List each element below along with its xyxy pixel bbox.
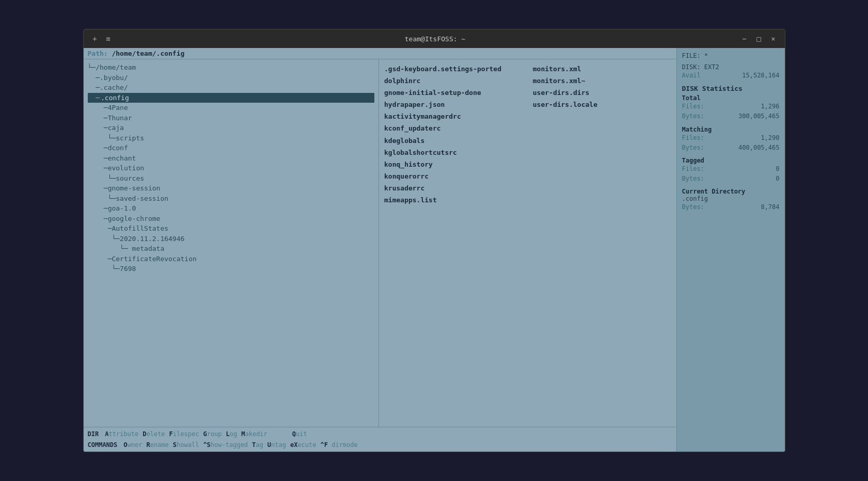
curdir-bytes-row: Bytes: 8,784 <box>682 202 780 212</box>
matching-heading: Matching <box>682 126 780 133</box>
tree-line[interactable]: ─dconf <box>88 143 375 153</box>
cmd-row-1: DIR Attribute Delete Filespec Group Log … <box>88 429 672 439</box>
list-item[interactable]: kglobalshortcutsrc <box>384 147 523 158</box>
list-item[interactable]: mimeapps.list <box>384 195 523 206</box>
cmd-dirmode[interactable]: ^F dirmode <box>321 440 358 450</box>
list-item <box>533 183 671 194</box>
tree-panel[interactable]: └─/home/team ─.byobu/ ─.cache/ ─.config … <box>84 59 380 427</box>
list-item[interactable]: kactivitymanagerdrc <box>384 111 523 122</box>
cmd-show-tagged[interactable]: ^Show-tagged <box>203 440 248 450</box>
tree-line[interactable]: ─gnome-session <box>88 183 375 194</box>
curdir-bytes-value: 8,784 <box>761 202 779 212</box>
cmd-showall[interactable]: Showall <box>173 440 199 450</box>
side-panel: FILE: * DISK: EXT2 Avail 15,528,164 DISK… <box>676 48 785 452</box>
list-item[interactable]: krusaderrc <box>384 183 523 194</box>
list-item[interactable]: monitors.xml~ <box>533 75 671 87</box>
matching-files-row: Files: 1,290 <box>682 133 780 143</box>
close-btn[interactable]: × <box>768 35 779 43</box>
cmd-execute[interactable]: eXecute <box>290 440 317 450</box>
list-item[interactable]: .gsd-keyboard.settings-ported <box>384 63 523 75</box>
list-item <box>533 171 671 182</box>
total-files-row: Files: 1,296 <box>682 102 780 111</box>
tree-line[interactable]: ─caja <box>88 123 375 133</box>
list-item[interactable]: dolphinrc <box>384 75 523 87</box>
minimize-btn[interactable]: − <box>739 35 750 43</box>
stats-heading: DISK Statistics <box>682 85 780 92</box>
cmd-rename[interactable]: Rename <box>146 440 168 450</box>
cmd-tag[interactable]: Tag <box>252 440 263 450</box>
tree-line[interactable]: ─evolution <box>88 163 375 173</box>
total-bytes-value: 300,005,465 <box>738 111 779 121</box>
commands-label: COMMANDS <box>88 440 118 450</box>
tree-line[interactable]: ─google-chrome <box>88 214 375 224</box>
tagged-files-row: Files: 0 <box>682 164 780 174</box>
list-item[interactable]: kconf_updaterc <box>384 123 523 134</box>
list-item <box>533 123 671 134</box>
cmd-attribute[interactable]: Attribute <box>105 429 138 439</box>
curdir-section: Current Directory .config Bytes: 8,784 <box>682 188 780 212</box>
cmd-untag[interactable]: Untag <box>267 440 286 450</box>
avail-key: Avail <box>682 71 701 81</box>
curdir-bytes-key: Bytes: <box>682 202 704 212</box>
disk-section: DISK: EXT2 Avail 15,528,164 <box>682 63 780 81</box>
list-item[interactable]: kdeglobals <box>384 135 523 147</box>
list-item <box>533 195 671 206</box>
tree-line[interactable]: ─goa-1.0 <box>88 203 375 214</box>
tagged-bytes-key: Bytes: <box>682 174 704 184</box>
file-section: FILE: * <box>682 52 780 59</box>
tree-line-selected[interactable]: ─.config <box>88 93 375 103</box>
list-item[interactable]: hydrapaper.json <box>384 99 523 110</box>
files-panel[interactable]: .gsd-keyboard.settings-ported monitors.x… <box>379 59 676 427</box>
cmd-row-2: COMMANDS Owner Rename Showall ^Show-tagg… <box>88 440 672 450</box>
list-item <box>533 111 671 122</box>
cmd-quit[interactable]: Quit <box>292 429 307 439</box>
maximize-btn[interactable]: □ <box>754 35 764 43</box>
cmd-filespec[interactable]: Filespec <box>169 429 199 439</box>
tree-line[interactable]: └─7698 <box>88 264 375 274</box>
stats-section: DISK Statistics Total Files: 1,296 Bytes… <box>682 85 780 121</box>
total-bytes-key: Bytes: <box>682 111 704 121</box>
tree-line[interactable]: └─/home/team <box>88 62 375 73</box>
tree-line[interactable]: ─CertificateRevocation <box>88 254 375 264</box>
list-item[interactable]: user-dirs.dirs <box>533 87 671 99</box>
list-item[interactable]: gnome-initial-setup-done <box>384 87 523 99</box>
tree-line[interactable]: └─saved-session <box>88 194 375 204</box>
tree-line[interactable]: ─.cache/ <box>88 83 375 93</box>
matching-bytes-row: Bytes: 400,005,465 <box>682 143 780 153</box>
tagged-bytes-row: Bytes: 0 <box>682 174 780 184</box>
list-item[interactable]: konq_history <box>384 159 523 170</box>
terminal-window: + ≡ team@ItsFOSS: ~ − □ × Path: /home/te… <box>83 29 785 452</box>
cmd-group[interactable]: Group <box>203 429 222 439</box>
tree-line[interactable]: ─AutofillStates <box>88 223 375 234</box>
tree-line[interactable]: └─sources <box>88 173 375 184</box>
path-label: Path: <box>88 50 108 57</box>
list-item <box>533 159 671 170</box>
add-tab-btn[interactable]: + <box>90 35 100 43</box>
total-heading: Total <box>682 94 780 102</box>
cmd-log[interactable]: Log <box>226 429 238 439</box>
list-item <box>533 135 671 147</box>
tree-line[interactable]: └─ metadata <box>88 244 375 254</box>
curdir-heading: Current Directory <box>682 188 780 195</box>
matching-files-value: 1,290 <box>761 133 779 143</box>
avail-value: 15,528,164 <box>742 71 779 81</box>
tree-line[interactable]: ─enchant <box>88 153 375 164</box>
menu-btn[interactable]: ≡ <box>103 35 114 43</box>
list-item[interactable]: monitors.xml <box>533 63 671 75</box>
tagged-files-value: 0 <box>776 164 779 174</box>
bottom-bar: DIR Attribute Delete Filespec Group Log … <box>84 427 676 452</box>
tree-line[interactable]: ─.byobu/ <box>88 73 375 83</box>
list-item[interactable]: user-dirs.locale <box>533 99 671 110</box>
matching-section: Matching Files: 1,290 Bytes: 400,005,465 <box>682 126 780 153</box>
tree-line[interactable]: ─Thunar <box>88 113 375 123</box>
list-item[interactable]: konquerorrc <box>384 171 523 182</box>
list-item <box>533 147 671 158</box>
tree-line[interactable]: └─2020.11.2.164946 <box>88 234 375 244</box>
tree-line[interactable]: ─4Pane <box>88 103 375 113</box>
tagged-heading: Tagged <box>682 157 780 164</box>
cmd-delete[interactable]: Delete <box>143 429 165 439</box>
cmd-owner[interactable]: Owner <box>123 440 142 450</box>
tree-line[interactable]: └─scripts <box>88 133 375 143</box>
cmd-makedir[interactable]: Makedir <box>241 429 267 439</box>
avail-row: Avail 15,528,164 <box>682 71 780 81</box>
